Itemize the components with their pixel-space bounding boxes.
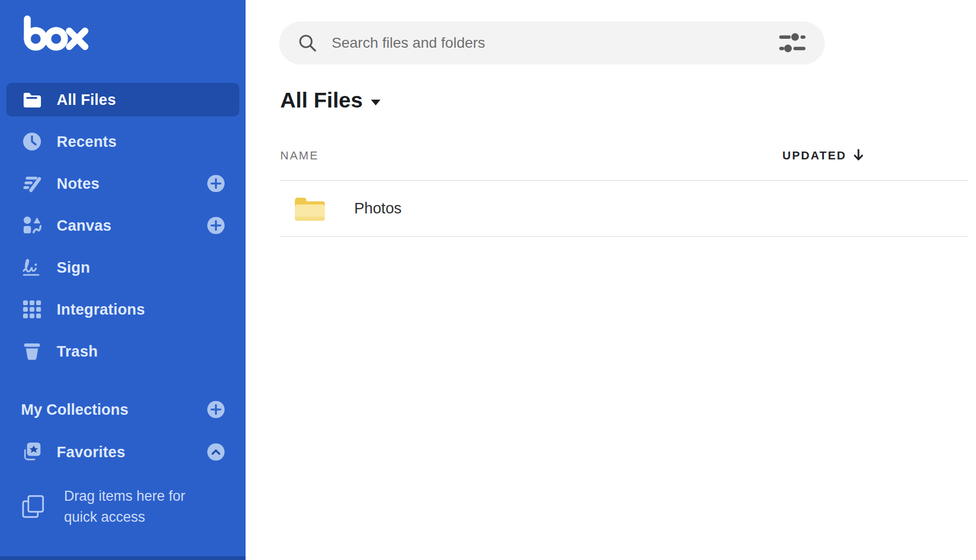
table-header: NAME UPDATED [280, 149, 968, 167]
sidebar-item-sign[interactable]: Sign [6, 251, 239, 284]
sidebar-item-recents[interactable]: Recents [6, 125, 239, 158]
table-row-photos[interactable]: Photos [280, 181, 968, 236]
file-name: Photos [354, 200, 401, 217]
add-canvas-button[interactable] [207, 217, 225, 234]
sidebar-item-label: Canvas [57, 217, 111, 234]
my-collections-header[interactable]: My Collections [6, 393, 239, 426]
stacked-items-icon [21, 494, 45, 519]
sidebar-item-label: Recents [57, 133, 116, 150]
collapse-favorites-button[interactable] [207, 444, 225, 461]
chevron-down-icon [371, 100, 380, 105]
column-header-updated[interactable]: UPDATED [782, 149, 864, 163]
favorites-drop-zone[interactable]: Drag items here for quick access [21, 481, 226, 539]
favorites-star-icon [22, 442, 42, 462]
sidebar-bottom-edge [0, 556, 246, 560]
sidebar-item-label: All Files [57, 91, 116, 109]
search-icon [298, 34, 317, 52]
sort-desc-arrow-icon [853, 148, 864, 162]
clock-icon [22, 132, 42, 152]
add-note-button[interactable] [207, 175, 225, 192]
sidebar-item-canvas[interactable]: Canvas [6, 209, 239, 242]
add-collection-button[interactable] [207, 401, 225, 418]
search-bar [279, 21, 825, 64]
sidebar-item-label: Integrations [57, 301, 145, 318]
trash-icon [22, 341, 42, 361]
sidebar-item-label: Favorites [57, 444, 125, 461]
sidebar-item-label: Sign [57, 259, 90, 276]
grid-icon [22, 299, 42, 319]
page-title-dropdown[interactable]: All Files [280, 88, 380, 113]
signature-icon [22, 257, 42, 277]
search-filters-icon[interactable] [779, 33, 806, 53]
sidebar-item-all-files[interactable]: All Files [6, 83, 239, 116]
sidebar: All Files Recents Notes [0, 0, 246, 560]
folder-icon [22, 90, 42, 110]
sidebar-item-integrations[interactable]: Integrations [6, 293, 239, 326]
sidebar-item-favorites[interactable]: Favorites [6, 435, 239, 469]
sidebar-item-trash[interactable]: Trash [6, 335, 239, 368]
my-collections-label: My Collections [21, 401, 129, 418]
search-input[interactable] [332, 35, 779, 51]
row-divider [280, 236, 968, 237]
box-logo[interactable] [22, 15, 91, 53]
yellow-folder-icon [295, 197, 325, 221]
sidebar-item-label: Notes [57, 175, 100, 192]
canvas-icon [22, 216, 42, 235]
page-title: All Files [280, 88, 363, 113]
sidebar-item-notes[interactable]: Notes [6, 167, 239, 200]
notes-icon [22, 174, 42, 193]
sidebar-item-label: Trash [57, 343, 98, 360]
drag-hint-text: Drag items here for quick access [64, 486, 185, 539]
column-header-name[interactable]: NAME [280, 149, 319, 163]
main-content: All Files NAME UPDATED Photos [246, 0, 976, 560]
